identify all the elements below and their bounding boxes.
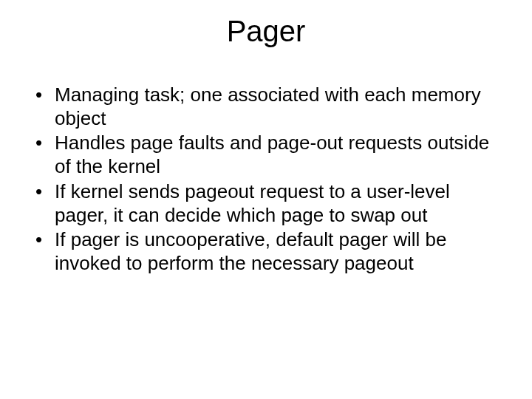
page-title: Pager: [30, 15, 502, 48]
list-item: If pager is uncooperative, default pager…: [35, 228, 502, 275]
bullet-list: Managing task; one associated with each …: [30, 83, 502, 276]
list-item: Managing task; one associated with each …: [35, 83, 502, 130]
slide: Pager Managing task; one associated with…: [0, 0, 532, 399]
list-item: If kernel sends pageout request to a use…: [35, 180, 502, 227]
list-item: Handles page faults and page-out request…: [35, 132, 502, 178]
